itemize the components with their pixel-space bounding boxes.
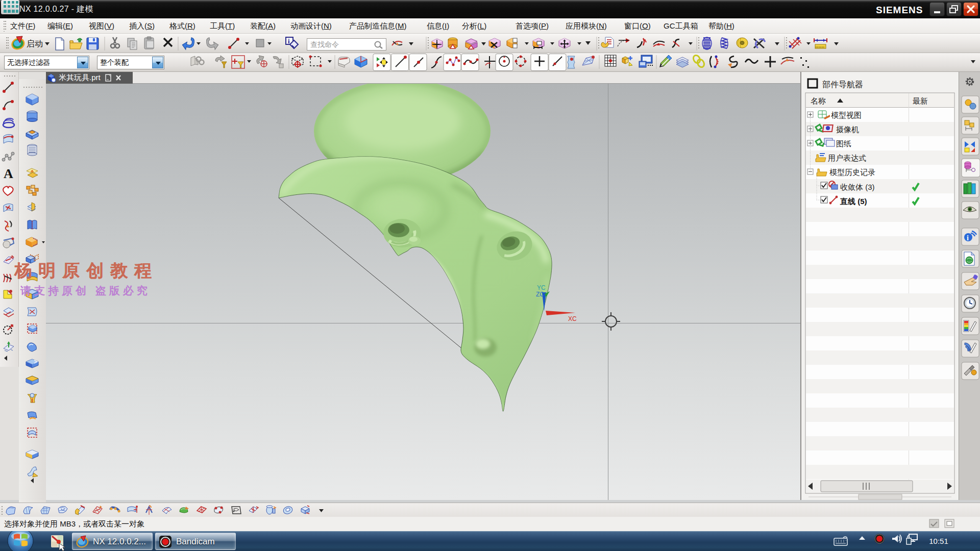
svg-text:启动: 启动 <box>27 39 43 48</box>
svg-text:收敛体 (3): 收敛体 (3) <box>840 183 875 191</box>
svg-text:i: i <box>967 234 969 242</box>
svg-text:A: A <box>4 166 13 181</box>
svg-text:模型历史记录: 模型历史记录 <box>829 168 875 177</box>
svg-text:XC: XC <box>568 315 577 322</box>
svg-text:摄像机: 摄像机 <box>836 125 859 134</box>
svg-text:i: i <box>288 37 290 45</box>
svg-text:YC: YC <box>537 284 546 291</box>
svg-text:模型视图: 模型视图 <box>831 111 862 119</box>
svg-text:名称: 名称 <box>811 96 826 105</box>
svg-text:用户表达式: 用户表达式 <box>828 154 866 162</box>
svg-text:直线 (5): 直线 (5) <box>840 197 867 206</box>
svg-text:最新: 最新 <box>913 96 928 105</box>
svg-text:部件导航器: 部件导航器 <box>822 80 863 89</box>
svg-text:ZC: ZC <box>536 291 544 298</box>
svg-text:图纸: 图纸 <box>836 139 851 148</box>
